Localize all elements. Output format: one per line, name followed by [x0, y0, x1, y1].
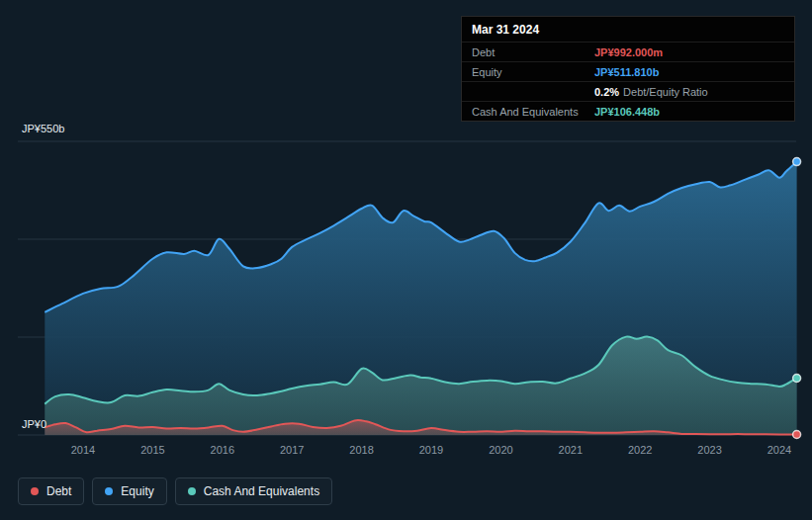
- x-tick-label: 2014: [71, 444, 95, 456]
- tooltip-row-cash: Cash And Equivalents JP¥106.448b: [462, 101, 794, 121]
- x-tick-label: 2021: [559, 444, 583, 456]
- tooltip-row-ratio: 0.2%Debt/Equity Ratio: [462, 81, 794, 101]
- legend-item-cash[interactable]: Cash And Equivalents: [175, 477, 332, 505]
- x-tick-label: 2022: [628, 444, 652, 456]
- tooltip-date: Mar 31 2024: [462, 17, 794, 42]
- tooltip-cash-value: JP¥106.448b: [594, 106, 784, 118]
- debt-endpoint-marker[interactable]: [793, 431, 801, 439]
- debt-equity-ratio-label: Debt/Equity Ratio: [623, 86, 708, 98]
- tooltip-equity-label: Equity: [472, 66, 594, 78]
- legend: Debt Equity Cash And Equivalents: [18, 477, 332, 505]
- legend-item-debt[interactable]: Debt: [18, 477, 84, 505]
- x-tick-label: 2023: [697, 444, 721, 456]
- x-tick-label: 2024: [767, 444, 791, 456]
- tooltip: Mar 31 2024 Debt JP¥992.000m Equity JP¥5…: [461, 16, 795, 122]
- legend-cash-label: Cash And Equivalents: [204, 484, 319, 498]
- x-tick-label: 2016: [211, 444, 234, 456]
- cash-endpoint-marker[interactable]: [793, 375, 801, 383]
- tooltip-debt-label: Debt: [472, 46, 594, 58]
- equity-endpoint-marker[interactable]: [793, 158, 801, 166]
- x-tick-label: 2018: [349, 444, 373, 456]
- cash-legend-dot-icon: [188, 487, 196, 495]
- x-tick-label: 2017: [280, 444, 304, 456]
- legend-equity-label: Equity: [121, 484, 153, 498]
- tooltip-row-equity: Equity JP¥511.810b: [462, 61, 794, 81]
- equity-legend-dot-icon: [105, 487, 113, 495]
- chart-panel: 2014201520162017201820192020202120222023…: [0, 0, 812, 520]
- x-tick-label: 2015: [140, 444, 164, 456]
- tooltip-cash-label: Cash And Equivalents: [472, 106, 594, 118]
- tooltip-debt-value: JP¥992.000m: [594, 46, 784, 58]
- tooltip-row-debt: Debt JP¥992.000m: [462, 42, 794, 61]
- y-axis-label-max: JP¥550b: [22, 123, 64, 134]
- tooltip-ratio-value: 0.2%Debt/Equity Ratio: [594, 86, 784, 98]
- debt-equity-ratio-value: 0.2%: [594, 86, 619, 98]
- tooltip-equity-value: JP¥511.810b: [594, 66, 784, 78]
- x-tick-label: 2020: [489, 444, 512, 456]
- y-axis-label-zero: JP¥0: [22, 418, 46, 430]
- debt-legend-dot-icon: [31, 487, 39, 495]
- legend-debt-label: Debt: [46, 484, 71, 498]
- x-tick-label: 2019: [419, 444, 443, 456]
- legend-item-equity[interactable]: Equity: [92, 477, 166, 505]
